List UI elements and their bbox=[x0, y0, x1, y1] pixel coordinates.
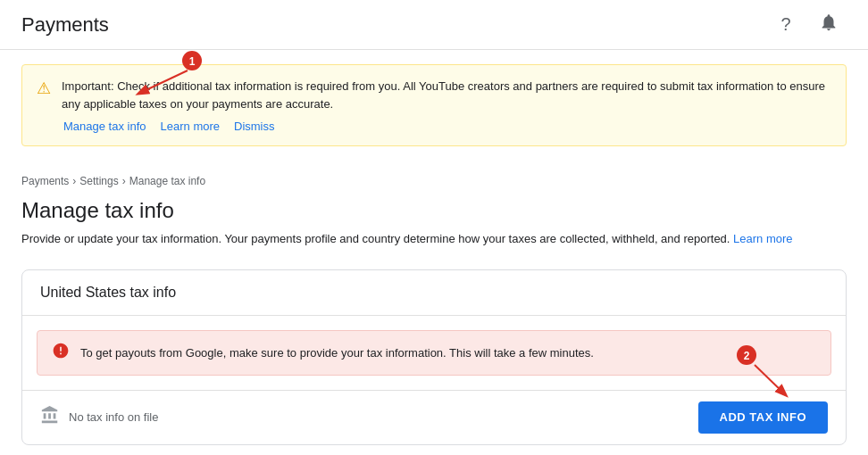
tax-info-card: United States tax info To get payouts fr… bbox=[21, 269, 847, 445]
card-footer: No tax info on file ADD TAX INFO bbox=[22, 390, 846, 444]
no-tax-info: No tax info on file bbox=[40, 405, 158, 429]
banner-text: Important: Check if additional tax infor… bbox=[62, 78, 831, 112]
learn-more-banner-link[interactable]: Learn more bbox=[161, 120, 220, 133]
banner-links: Manage tax info Learn more Dismiss bbox=[37, 120, 831, 133]
card-alert-text: To get payouts from Google, make sure to… bbox=[80, 346, 594, 360]
breadcrumb-current: Manage tax info bbox=[129, 175, 205, 187]
page-title: Manage tax info bbox=[0, 191, 868, 230]
warning-icon: ⚠ bbox=[37, 79, 51, 98]
bank-icon bbox=[40, 405, 60, 429]
header: Payments ? bbox=[0, 0, 868, 50]
bell-icon bbox=[819, 12, 839, 37]
breadcrumb-payments[interactable]: Payments bbox=[21, 175, 69, 187]
learn-more-page-link[interactable]: Learn more bbox=[733, 232, 792, 245]
help-button[interactable]: ? bbox=[768, 7, 804, 43]
card-alert: To get payouts from Google, make sure to… bbox=[37, 330, 831, 376]
dismiss-link[interactable]: Dismiss bbox=[234, 120, 275, 133]
add-tax-info-button[interactable]: ADD TAX INFO bbox=[698, 401, 828, 434]
notifications-button[interactable] bbox=[811, 7, 847, 43]
card-header: United States tax info bbox=[22, 270, 846, 316]
banner-content: ⚠ Important: Check if additional tax inf… bbox=[37, 78, 831, 112]
help-icon: ? bbox=[780, 14, 790, 35]
page-description: Provide or update your tax information. … bbox=[0, 230, 868, 262]
page-header-title: Payments bbox=[21, 13, 109, 37]
breadcrumb: Payments › Settings › Manage tax info bbox=[0, 161, 868, 191]
error-icon bbox=[52, 342, 70, 364]
banner: ⚠ Important: Check if additional tax inf… bbox=[21, 64, 847, 146]
breadcrumb-settings[interactable]: Settings bbox=[79, 175, 118, 187]
header-icons: ? bbox=[768, 7, 847, 43]
no-tax-label: No tax info on file bbox=[69, 410, 158, 424]
manage-tax-info-link[interactable]: Manage tax info bbox=[63, 120, 146, 133]
